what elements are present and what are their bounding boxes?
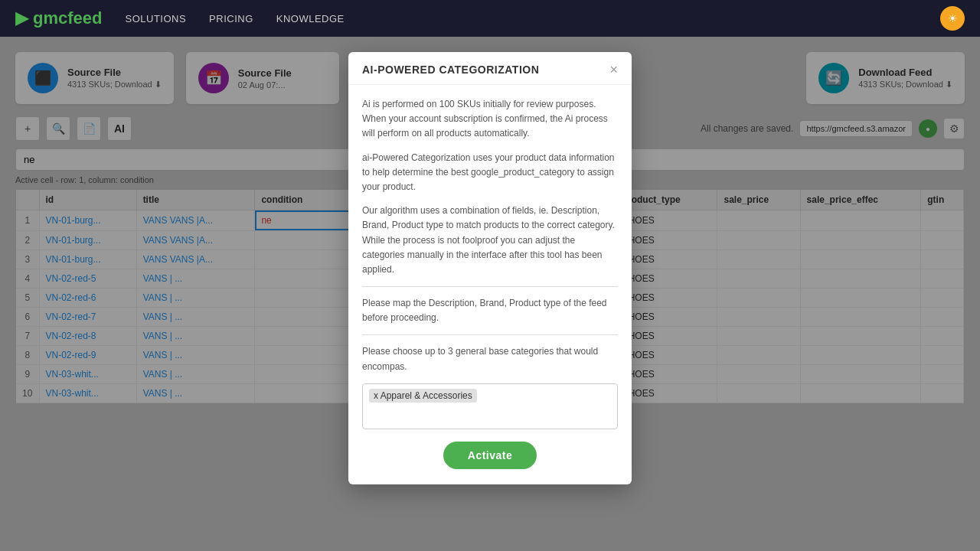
modal-category-label: Please choose up to 3 general base categ… [362, 344, 618, 373]
content-area: ⬛ Source File 4313 SKUs; Download ⬇ 📅 So… [0, 37, 980, 551]
modal-para-3: Our algorithm uses a combination of fiel… [362, 204, 618, 277]
logo-icon: ▶ [15, 8, 28, 28]
ai-categorization-modal: AI-POWERED CATEGORIZATION × Ai is perfor… [348, 52, 632, 484]
logo[interactable]: ▶ gmcfeed [15, 8, 102, 28]
modal-title: AI-POWERED CATEGORIZATION [362, 64, 539, 76]
nav-user-icon[interactable]: ☀ [940, 6, 965, 31]
apparel-accessories-tag[interactable]: x Apparel & Accessories [369, 389, 477, 403]
logo-text: gmcfeed [33, 8, 102, 28]
nav-pricing[interactable]: PRICING [209, 13, 253, 24]
modal-para-2: ai-Powered Categorization uses your prod… [362, 151, 618, 195]
modal-body: Ai is performed on 100 SKUs initially fo… [348, 85, 632, 484]
modal-close-button[interactable]: × [609, 63, 618, 77]
nav-solutions[interactable]: SOLUTIONS [125, 13, 186, 24]
activate-button[interactable]: Activate [443, 442, 537, 469]
modal-para-1: Ai is performed on 100 SKUs initially fo… [362, 97, 618, 142]
modal-warning: Please map the Description, Brand, Produ… [362, 296, 618, 325]
modal-header: AI-POWERED CATEGORIZATION × [348, 52, 632, 85]
category-tag-input[interactable]: x Apparel & Accessories [362, 383, 618, 429]
tag-label: x Apparel & Accessories [374, 390, 472, 401]
nav-knowledge[interactable]: KNOWLEDGE [276, 13, 345, 24]
modal-divider [362, 286, 618, 287]
modal-overlay[interactable]: AI-POWERED CATEGORIZATION × Ai is perfor… [0, 37, 980, 551]
sun-moon-icon: ☀ [948, 12, 958, 24]
navbar: ▶ gmcfeed SOLUTIONS PRICING KNOWLEDGE ☀ [0, 0, 980, 37]
modal-divider-2 [362, 334, 618, 335]
